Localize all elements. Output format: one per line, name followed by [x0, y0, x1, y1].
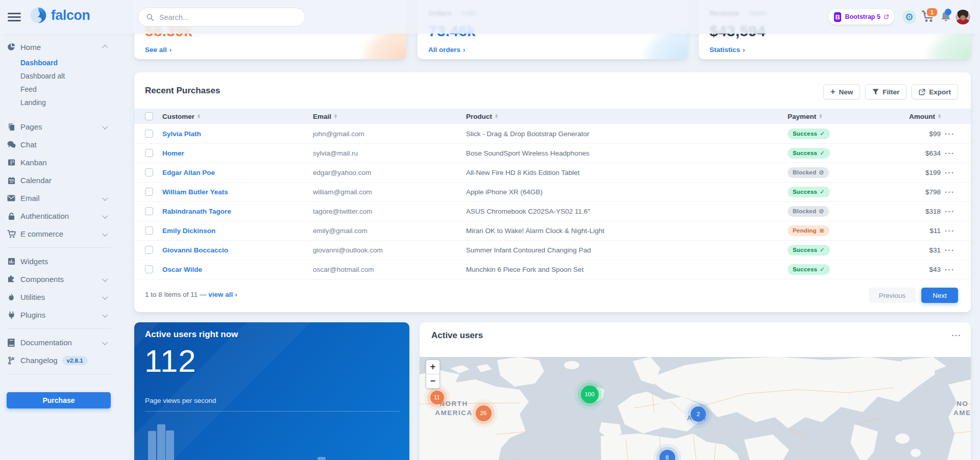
search-input[interactable] [158, 13, 298, 22]
map-label-wrap-ame: AME [953, 409, 971, 417]
sidebar-item-plugins[interactable]: Plugins [7, 306, 111, 324]
export-button[interactable]: Export [912, 84, 958, 99]
new-button[interactable]: New [823, 84, 860, 99]
sidebar-item-pages[interactable]: Pages [7, 118, 111, 136]
map-canvas[interactable]: NORTH AMERICA ASIA NO AME Atlantic + − 1… [420, 357, 971, 460]
customer-link[interactable]: Rabindranath Tagore [162, 208, 231, 215]
card-menu-button[interactable] [952, 331, 962, 339]
sidebar-item-ecommerce[interactable]: E commerce [7, 225, 111, 243]
email-cell: edgar@yahoo.com [313, 163, 371, 182]
row-checkbox[interactable] [145, 149, 153, 157]
row-checkbox[interactable] [145, 226, 153, 235]
column-header-customer[interactable]: Customer [162, 113, 194, 120]
sidebar-item-calendar[interactable]: Calendar [7, 171, 111, 189]
zoom-in-button[interactable]: + [426, 360, 439, 374]
payment-status-label: Blocked [793, 208, 816, 214]
sort-icon[interactable] [819, 114, 822, 118]
map-marker[interactable]: 100 [581, 386, 599, 403]
see-all-link[interactable]: See all [145, 46, 172, 54]
row-actions-button[interactable] [945, 169, 955, 176]
product-cell: Munchkin 6 Piece Fork and Spoon Set [466, 260, 583, 279]
active-users-now-card: Active users right now 112 Page views pe… [134, 322, 409, 460]
row-actions-button[interactable] [945, 188, 955, 196]
sidebar-item-components[interactable]: Components [7, 270, 111, 288]
column-header-product[interactable]: Product [466, 113, 492, 120]
select-all-checkbox[interactable] [145, 112, 153, 120]
sidebar-item-changelog[interactable]: Changelog v2.8.1 [7, 351, 111, 369]
next-button[interactable]: Next [921, 288, 958, 303]
filter-button[interactable]: Filter [865, 84, 906, 99]
search-bar[interactable] [138, 8, 305, 27]
payment-status-badge: Success [788, 264, 830, 275]
active-users-map-card: Active users [420, 322, 971, 460]
sidebar-item-chat[interactable]: Chat [7, 136, 111, 154]
row-checkbox[interactable] [145, 188, 153, 196]
notifications-button[interactable] [940, 11, 951, 25]
sidebar-item-landing[interactable]: Landing [7, 96, 111, 109]
sidebar-item-feed[interactable]: Feed [7, 83, 111, 96]
row-actions-button[interactable] [945, 208, 955, 215]
sidebar-item-dashboard[interactable]: Dashboard [7, 56, 111, 69]
map-marker[interactable]: 11 [430, 391, 444, 404]
cart-button[interactable]: 1 [921, 10, 935, 24]
customer-link[interactable]: William Butler Yeats [162, 188, 228, 196]
sort-icon[interactable] [334, 114, 337, 118]
row-actions-button[interactable] [945, 149, 955, 157]
zoom-out-button[interactable]: − [426, 374, 439, 388]
bar-chart-icon [7, 258, 16, 265]
row-actions-button[interactable] [945, 266, 955, 273]
sort-icon[interactable] [938, 114, 941, 118]
user-avatar[interactable] [955, 10, 970, 24]
column-header-email[interactable]: Email [313, 113, 331, 120]
falcon-logo[interactable]: falcon [29, 6, 90, 24]
row-checkbox[interactable] [145, 246, 153, 254]
sort-icon[interactable] [495, 114, 498, 118]
notification-dot [945, 9, 951, 15]
customer-link[interactable]: Emily Dickinson [162, 227, 215, 235]
customer-link[interactable]: Oscar Wilde [162, 266, 202, 273]
row-checkbox[interactable] [145, 168, 153, 176]
purchase-button[interactable]: Purchase [7, 392, 111, 408]
row-checkbox[interactable] [145, 265, 153, 273]
row-actions-button[interactable] [945, 130, 955, 138]
amount-cell: $634 [869, 143, 941, 163]
customer-link[interactable]: Edgar Allan Poe [162, 169, 215, 176]
sidebar-item-label: Utilities [20, 293, 45, 301]
row-checkbox[interactable] [145, 130, 153, 138]
table-row: William Butler Yeatswilliam@gmail.comApp… [134, 182, 971, 202]
payment-status-badge: Pending [788, 225, 829, 236]
amount-cell: $199 [869, 163, 941, 182]
settings-button[interactable]: ⚙ [902, 10, 916, 24]
payment-status-label: Success [793, 150, 817, 156]
previous-button[interactable]: Previous [869, 288, 916, 303]
map-marker[interactable]: 26 [476, 405, 492, 421]
sidebar-item-kanban[interactable]: Kanban [7, 154, 111, 171]
row-actions-button[interactable] [945, 227, 955, 235]
top-navbar: falcon B Bootstrap 5 ⚙ 1 [0, 0, 980, 34]
all-orders-link[interactable]: All orders [428, 46, 465, 54]
sidebar-item-home[interactable]: Home [7, 38, 111, 56]
statistics-link[interactable]: Statistics [709, 46, 745, 54]
column-header-amount[interactable]: Amount [909, 113, 935, 120]
row-actions-button[interactable] [945, 246, 955, 254]
sidebar-item-documentation[interactable]: Documentation [7, 334, 111, 351]
row-checkbox[interactable] [145, 207, 153, 215]
sidebar-item-email[interactable]: Email [7, 189, 111, 207]
sidebar-item-widgets[interactable]: Widgets [7, 252, 111, 270]
map-marker[interactable]: 2 [691, 406, 706, 422]
customer-link[interactable]: Giovanni Boccaccio [162, 246, 228, 254]
hamburger-menu-icon[interactable] [8, 13, 21, 24]
column-header-payment[interactable]: Payment [788, 113, 816, 120]
customer-link[interactable]: Sylvia Plath [162, 130, 201, 138]
bootstrap-version-badge[interactable]: B Bootstrap 5 [828, 9, 894, 24]
filter-button-label: Filter [883, 88, 899, 96]
pagination-summary: 1 to 8 Items of 11 — view all [145, 291, 237, 298]
view-all-link[interactable]: view all [208, 291, 237, 298]
payment-status-label: Success [793, 247, 817, 253]
customer-link[interactable]: Homer [162, 149, 184, 157]
sidebar-item-dashboard-alt[interactable]: Dashboard alt [7, 69, 111, 83]
sidebar-item-authentication[interactable]: Authentication [7, 207, 111, 225]
chevron-down-icon [102, 339, 108, 345]
sidebar-item-utilities[interactable]: Utilities [7, 288, 111, 306]
sort-icon[interactable] [198, 114, 200, 118]
